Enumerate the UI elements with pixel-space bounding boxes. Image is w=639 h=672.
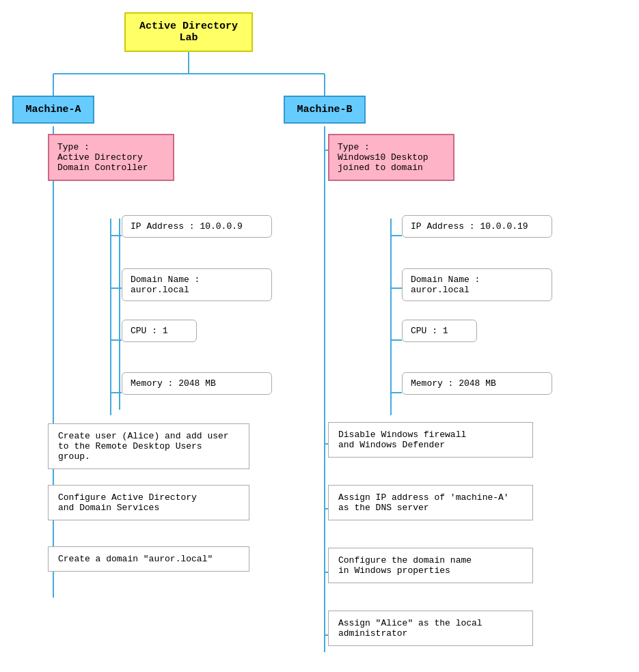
root-node: Active Directory Lab	[124, 12, 253, 52]
action-b-4: Assign "Alice" as the local administrato…	[328, 611, 533, 646]
memory-a-label: Memory : 2048 MB	[131, 378, 216, 389]
memory-b-label: Memory : 2048 MB	[411, 378, 496, 389]
cpu-box-b: CPU : 1	[402, 320, 477, 342]
cpu-box-a: CPU : 1	[122, 320, 197, 342]
machine-b-label: Machine-B	[297, 104, 352, 115]
memory-box-b: Memory : 2048 MB	[402, 372, 552, 395]
cpu-a-label: CPU : 1	[131, 326, 168, 336]
action-a-1-label: Create user (Alice) and add user to the …	[58, 431, 229, 462]
type-a-line2: Active Directory	[57, 152, 143, 163]
domain-box-b: Domain Name : auror.local	[402, 268, 552, 301]
machine-b-node: Machine-B	[284, 96, 366, 124]
action-b-1-label: Disable Windows firewall and Windows Def…	[338, 430, 466, 450]
action-b-3-label: Configure the domain name in Windows pro…	[338, 555, 472, 576]
ip-b-label: IP Address : 10.0.0.19	[411, 221, 528, 232]
action-b-3: Configure the domain name in Windows pro…	[328, 548, 533, 583]
action-b-4-label: Assign "Alice" as the local administrato…	[338, 618, 482, 639]
action-a-1: Create user (Alice) and add user to the …	[48, 423, 249, 469]
type-b-line1: Type :	[338, 142, 370, 152]
action-a-3-label: Create a domain "auror.local"	[58, 554, 213, 564]
ip-box-b: IP Address : 10.0.0.19	[402, 215, 552, 238]
action-a-3: Create a domain "auror.local"	[48, 546, 249, 572]
ip-box-a: IP Address : 10.0.0.9	[122, 215, 272, 238]
cpu-b-label: CPU : 1	[411, 326, 448, 336]
type-b-line3: joined to domain	[338, 163, 423, 173]
action-b-2-label: Assign IP address of 'machine-A' as the …	[338, 492, 509, 513]
machine-a-node: Machine-A	[12, 96, 94, 124]
domain-b-label: Domain Name : auror.local	[411, 275, 480, 295]
type-a-line1: Type :	[57, 142, 90, 152]
root-label: Active Directory Lab	[139, 20, 238, 44]
action-a-2: Configure Active Directory and Domain Se…	[48, 485, 249, 520]
action-b-1: Disable Windows firewall and Windows Def…	[328, 422, 533, 458]
ip-a-label: IP Address : 10.0.0.9	[131, 221, 243, 232]
action-b-2: Assign IP address of 'machine-A' as the …	[328, 485, 533, 520]
domain-box-a: Domain Name : auror.local	[122, 268, 272, 301]
action-a-2-label: Configure Active Directory and Domain Se…	[58, 492, 197, 513]
diagram: Active Directory Lab Machine-A Type : Ac…	[0, 0, 639, 672]
type-box-a: Type : Active Directory Domain Controlle…	[48, 134, 174, 181]
memory-box-a: Memory : 2048 MB	[122, 372, 272, 395]
machine-a-label: Machine-A	[25, 104, 81, 115]
type-a-line3: Domain Controller	[57, 163, 148, 173]
type-b-line2: Windows10 Desktop	[338, 152, 429, 163]
domain-a-label: Domain Name : auror.local	[131, 275, 200, 295]
type-box-b: Type : Windows10 Desktop joined to domai…	[328, 134, 454, 181]
